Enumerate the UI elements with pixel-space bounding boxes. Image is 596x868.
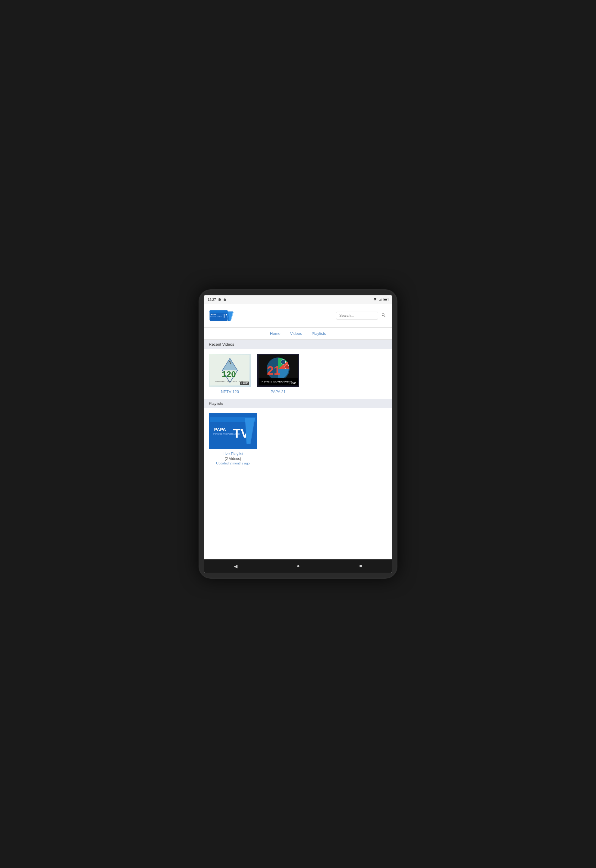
videos-section: N 120 NORTHWEST PENINSULA TELEV LIVE NPT…: [204, 349, 392, 399]
svg-marker-11: [229, 312, 234, 321]
logo-area: PAPA Peninsula Area Public Access TV: [209, 307, 236, 324]
status-time: 12:27: [208, 298, 216, 301]
playlist-count-live: (2 Videos): [225, 457, 241, 461]
search-icon: [381, 313, 386, 318]
wifi-icon: [373, 298, 378, 301]
live-badge-nptv120: LIVE: [240, 382, 249, 385]
svg-text:NEWS & GOVERNMENT: NEWS & GOVERNMENT: [261, 380, 292, 383]
playlist-card-live[interactable]: PAPA Peninsula Area Public Access TV Liv…: [209, 413, 257, 465]
status-right: [373, 298, 388, 301]
svg-point-20: [281, 360, 286, 365]
recent-videos-section-header: Recent Videos: [204, 340, 392, 349]
svg-text:PAPA: PAPA: [214, 427, 226, 432]
video-thumb-papa21: 21 NEWS & GOVERNMENT LIVE: [257, 354, 299, 387]
svg-point-21: [285, 365, 289, 369]
search-input[interactable]: [336, 311, 378, 319]
svg-rect-2: [381, 299, 382, 301]
signal-icon: [379, 298, 382, 301]
svg-text:21: 21: [267, 364, 280, 377]
playlists-section: PAPA Peninsula Area Public Access TV Liv…: [204, 408, 392, 559]
papa-tv-logo: PAPA Peninsula Area Public Access TV: [209, 307, 236, 324]
app-content: PAPA Peninsula Area Public Access TV: [204, 304, 392, 559]
svg-text:PAPA: PAPA: [211, 313, 216, 316]
app-nav: Home Videos Playlists: [204, 328, 392, 340]
svg-text:NORTHWEST PENINSULA TELEV: NORTHWEST PENINSULA TELEV: [215, 380, 243, 382]
video-card-nptv120[interactable]: N 120 NORTHWEST PENINSULA TELEV LIVE NPT…: [209, 354, 251, 394]
back-button[interactable]: ◀: [228, 561, 243, 571]
gear-icon: [218, 298, 221, 301]
playlist-thumb-live: PAPA Peninsula Area Public Access TV: [209, 413, 257, 449]
svg-rect-3: [382, 298, 382, 301]
svg-text:120: 120: [222, 369, 236, 379]
svg-rect-0: [379, 300, 380, 301]
nav-item-home[interactable]: Home: [270, 331, 280, 337]
recent-button[interactable]: ■: [353, 561, 369, 571]
nptv120-image: N 120 NORTHWEST PENINSULA TELEV: [210, 355, 249, 385]
bottom-nav: ◀ ● ■: [204, 559, 392, 573]
search-area: [336, 311, 387, 320]
lock-icon: [223, 298, 226, 301]
video-title-papa21: PAPA 21: [271, 390, 286, 394]
tablet-screen: 12:27: [204, 295, 392, 573]
papa21-image: 21 NEWS & GOVERNMENT: [258, 355, 298, 385]
search-button[interactable]: [380, 311, 387, 320]
video-title-nptv120: NPTV 120: [221, 390, 239, 394]
video-thumb-nptv120: N 120 NORTHWEST PENINSULA TELEV LIVE: [209, 354, 251, 387]
nav-item-videos[interactable]: Videos: [290, 331, 302, 337]
playlist-updated-live: Updated 2 months ago: [216, 461, 249, 465]
svg-text:N: N: [229, 360, 232, 365]
videos-grid: N 120 NORTHWEST PENINSULA TELEV LIVE NPT…: [209, 354, 387, 394]
svg-text:Peninsula Area Public Access: Peninsula Area Public Access: [210, 316, 222, 317]
playlist-title-live: Live Playlist: [223, 452, 243, 456]
app-header: PAPA Peninsula Area Public Access TV: [204, 304, 392, 328]
status-bar: 12:27: [204, 295, 392, 304]
live-badge-papa21: LIVE: [288, 382, 297, 385]
playlists-section-header: Playlists: [204, 399, 392, 408]
video-card-papa21[interactable]: 21 NEWS & GOVERNMENT LIVE PAPA 21: [257, 354, 299, 394]
tablet-frame: 12:27: [199, 289, 397, 579]
playlist-thumb-image: PAPA Peninsula Area Public Access TV: [210, 415, 255, 447]
nav-item-playlists[interactable]: Playlists: [311, 331, 326, 337]
svg-rect-1: [380, 300, 381, 301]
home-button[interactable]: ●: [291, 561, 306, 571]
status-left: 12:27: [208, 298, 226, 301]
battery-icon: [384, 298, 388, 301]
